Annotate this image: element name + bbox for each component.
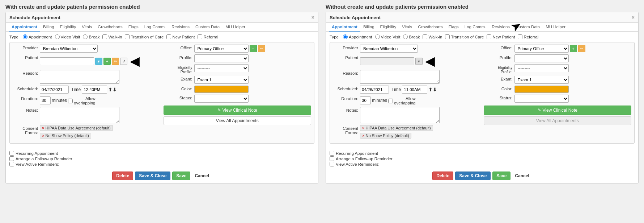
consent-tag-2-left: × No Show Policy (default): [40, 133, 91, 139]
tab-muhelper-left[interactable]: MU Helper: [223, 23, 248, 32]
scheduled-date-right[interactable]: [360, 86, 389, 94]
save-close-btn-left[interactable]: Save & Close: [135, 172, 170, 180]
tab-eligibility-right[interactable]: Eligibility: [377, 23, 399, 32]
view-all-appointments-btn-right[interactable]: View All Appointments: [484, 116, 632, 125]
cancel-btn-right[interactable]: Cancel: [512, 172, 531, 180]
tab-revisions-left[interactable]: Revisions: [169, 23, 192, 32]
provider-row-right: Provider Brendan Wilberton: [333, 45, 481, 53]
tab-logcomm-left[interactable]: Log Comm.: [141, 23, 169, 32]
time-spinner-left[interactable]: ⬆⬇: [108, 87, 117, 92]
chk-walkin-left[interactable]: Walk-in: [102, 34, 122, 39]
office-select-left[interactable]: Primary Office: [194, 45, 249, 53]
chk-newpatient-left[interactable]: New Patient: [166, 34, 195, 39]
patient-dropdown-btn-right[interactable]: ▾: [415, 58, 423, 65]
patient-add-btn-left[interactable]: +: [103, 58, 111, 65]
chk-followup-right[interactable]: Arrange a Follow-up Reminder: [330, 156, 635, 161]
chk-followup-left[interactable]: Arrange a Follow-up Reminder: [9, 156, 314, 161]
profile-select-right[interactable]: ---------: [514, 54, 569, 62]
chk-activereminders-right[interactable]: View Active Reminders:: [330, 162, 635, 166]
chk-toc-right[interactable]: Transition of Care: [445, 34, 484, 39]
consent-remove-2-left[interactable]: ×: [42, 133, 44, 138]
radio-break-right[interactable]: Break: [403, 34, 420, 39]
radio-break-left[interactable]: Break: [83, 34, 99, 39]
delete-btn-left[interactable]: Delete: [112, 172, 133, 180]
save-btn-right[interactable]: Save: [492, 172, 510, 180]
status-select-left[interactable]: [194, 95, 249, 103]
cancel-btn-left[interactable]: Cancel: [192, 172, 211, 180]
color-bar-right[interactable]: [514, 86, 569, 93]
consent-remove-2-right[interactable]: ×: [362, 133, 364, 138]
consent-remove-1-left[interactable]: ×: [42, 126, 44, 130]
duration-input-left[interactable]: [40, 96, 51, 104]
time-input-left[interactable]: [82, 86, 107, 94]
patient-edit-btn-left[interactable]: ✏: [112, 58, 119, 65]
chk-activereminders-left[interactable]: View Active Reminders:: [9, 162, 314, 166]
time-spinner-right[interactable]: ⬆⬇: [428, 87, 437, 92]
tab-billing-right[interactable]: Billing: [360, 23, 377, 32]
chk-recurring-left[interactable]: Recurring Appointment: [9, 151, 314, 156]
allow-overlap-right[interactable]: Allow overlapping: [388, 95, 414, 105]
color-bar-left[interactable]: [194, 86, 249, 93]
tab-vitals-left[interactable]: Vitals: [79, 23, 95, 32]
duration-row-right: Duration: minutes Allow overlapping: [333, 95, 481, 105]
save-btn-left[interactable]: Save: [172, 172, 190, 180]
patient-dropdown-btn-left[interactable]: ▾: [95, 58, 102, 65]
tab-growthcharts-left[interactable]: Growthcharts: [95, 23, 125, 32]
consent-remove-1-right[interactable]: ×: [362, 126, 364, 130]
eligibility-select-right[interactable]: ---------: [514, 64, 569, 72]
view-all-appointments-btn-left[interactable]: View All Appointments: [164, 116, 312, 125]
patient-input-right[interactable]: [360, 57, 414, 65]
chk-referral-left[interactable]: Referral: [198, 34, 218, 39]
notes-textarea-right[interactable]: [360, 107, 440, 123]
duration-input-right[interactable]: [360, 96, 371, 104]
chk-toc-left[interactable]: Transition of Care: [125, 34, 164, 39]
exam-select-right[interactable]: Exam 1: [514, 76, 569, 84]
office-edit-btn-right[interactable]: ✏: [578, 45, 585, 52]
tab-vitals-right[interactable]: Vitals: [399, 23, 415, 32]
tab-flags-right[interactable]: Flags: [446, 23, 462, 32]
tab-flags-left[interactable]: Flags: [126, 23, 141, 32]
provider-select-right[interactable]: Brendan Wilberton: [360, 45, 418, 53]
patient-input-left[interactable]: [40, 57, 94, 65]
allow-overlap-left[interactable]: Allow overlapping: [68, 95, 93, 105]
provider-select-left[interactable]: Brendan Wilberton: [40, 45, 98, 53]
scheduled-date-left[interactable]: [40, 86, 69, 94]
tab-billing-left[interactable]: Billing: [40, 23, 57, 32]
tab-eligibility-left[interactable]: Eligibility: [57, 23, 79, 32]
reason-textarea-left[interactable]: [40, 70, 119, 84]
tab-muhelper-right[interactable]: MU Helper: [543, 23, 568, 32]
status-select-right[interactable]: [514, 95, 569, 103]
consent-tag-2-right: × No Show Policy (default): [360, 133, 411, 139]
office-select-right[interactable]: Primary Office: [514, 45, 569, 53]
exam-select-left[interactable]: Exam 1: [194, 76, 249, 84]
patient-link-btn-left[interactable]: ↗: [120, 58, 127, 65]
chk-newpatient-right[interactable]: New Patient ➤: [487, 34, 515, 39]
office-add-btn-left[interactable]: +: [250, 45, 257, 52]
eligibility-select-left[interactable]: ---------: [194, 64, 249, 72]
radio-videovisit-right[interactable]: Video Visit: [375, 34, 401, 39]
tab-logcomm-right[interactable]: Log Comm.: [462, 23, 489, 32]
profile-select-left[interactable]: ---------: [194, 54, 249, 62]
tab-appointment-left[interactable]: Appointment: [9, 23, 40, 32]
chk-referral-right[interactable]: Referral: [518, 34, 538, 39]
tab-customdata-left[interactable]: Custom Data: [192, 23, 223, 32]
radio-videovisit-left[interactable]: Video Visit: [55, 34, 80, 39]
office-edit-btn-left[interactable]: ✏: [258, 45, 265, 52]
radio-appointment-left[interactable]: Appointment: [23, 34, 52, 39]
view-clinical-note-btn-left[interactable]: ✎ View Clinical Note: [164, 106, 312, 115]
view-clinical-note-btn-right[interactable]: ✎ View Clinical Note: [484, 106, 632, 115]
delete-btn-right[interactable]: Delete: [432, 172, 453, 180]
time-input-right[interactable]: [402, 86, 427, 94]
right-close-btn[interactable]: ×: [632, 15, 635, 20]
save-close-btn-right[interactable]: Save & Close: [455, 172, 491, 180]
left-close-btn[interactable]: ×: [312, 15, 314, 20]
chk-recurring-right[interactable]: Recurring Appointment: [330, 151, 635, 156]
radio-appointment-right[interactable]: Appointment: [343, 34, 372, 39]
reason-textarea-right[interactable]: [360, 70, 440, 84]
office-add-btn-right[interactable]: +: [570, 45, 577, 52]
tab-appointment-right[interactable]: Appointment: [329, 23, 360, 32]
exam-label-left: Exam:: [164, 76, 192, 81]
chk-walkin-right[interactable]: Walk-in: [423, 34, 442, 39]
tab-growthcharts-right[interactable]: Growthcharts: [415, 23, 445, 32]
notes-textarea-left[interactable]: [40, 107, 119, 123]
